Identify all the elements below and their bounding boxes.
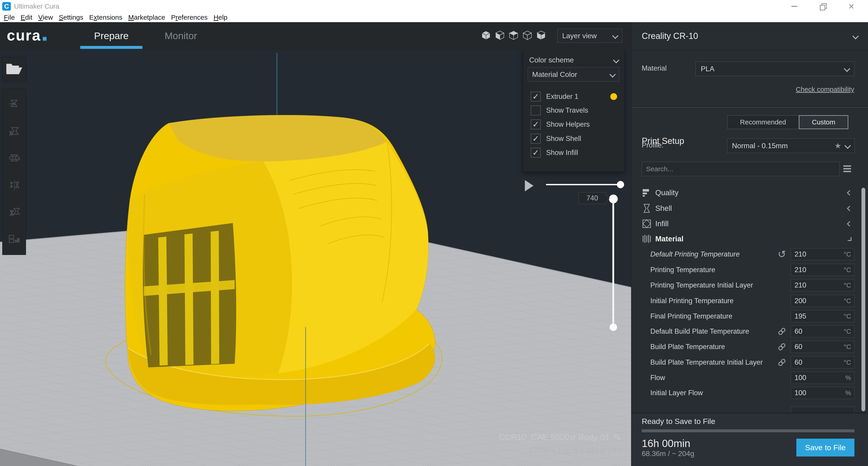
link-icon[interactable]: [776, 356, 788, 368]
star-icon[interactable]: ★: [835, 141, 841, 150]
layer-slider-upper-handle[interactable]: [609, 195, 618, 203]
simulation-slider-track[interactable]: [546, 184, 620, 185]
setting-value-input[interactable]: [791, 281, 833, 290]
chevron-left-icon: [848, 207, 851, 211]
checkbox[interactable]: ✓: [531, 92, 541, 101]
custom-button[interactable]: Custom: [799, 115, 848, 129]
move-tool-icon[interactable]: [7, 97, 22, 112]
setting-value-input[interactable]: [791, 250, 833, 259]
setting-value-input[interactable]: [791, 374, 833, 382]
menu-marketplace[interactable]: Marketplace: [125, 12, 168, 22]
category-shell[interactable]: Shell: [631, 201, 868, 216]
recommended-button[interactable]: Recommended: [727, 115, 799, 129]
menu-file[interactable]: File: [1, 12, 18, 22]
checkbox-show-shell[interactable]: ✓ Show Shell: [523, 132, 625, 146]
layer-slider-track[interactable]: [612, 199, 614, 327]
color-scheme-panel: Color scheme Material Color ✓ Extruder 1…: [523, 50, 625, 172]
link-icon[interactable]: [776, 325, 788, 337]
camera-view-buttons: [481, 30, 546, 40]
menu-help[interactable]: Help: [211, 12, 230, 22]
search-input[interactable]: [642, 162, 839, 176]
setting-value-input[interactable]: [791, 266, 833, 274]
tab-monitor[interactable]: Monitor: [156, 29, 206, 43]
open-file-button[interactable]: [2, 57, 26, 82]
setting-row-default-printing-temperature[interactable]: Default Printing Temperature ↺ °C: [631, 246, 868, 262]
category-infill[interactable]: Infill: [631, 216, 868, 231]
profile-dropdown[interactable]: Normal - 0.15mm ★: [727, 139, 855, 153]
menu-edit[interactable]: Edit: [18, 12, 35, 22]
setting-row-build-plate-temperature-initial-layer[interactable]: Build Plate Temperature Initial Layer °C: [631, 355, 868, 370]
check-compatibility-link[interactable]: Check compatibility: [796, 86, 854, 93]
revert-icon[interactable]: ↺: [776, 249, 788, 260]
layer-slider-lower-handle[interactable]: [610, 323, 617, 331]
view-right-icon[interactable]: [536, 30, 546, 40]
setting-row-printing-temperature[interactable]: Printing Temperature °C: [631, 262, 868, 278]
support-blocker-tool-icon[interactable]: [7, 232, 22, 246]
simulation-slider-handle[interactable]: [617, 181, 624, 188]
category-quality[interactable]: Quality: [631, 185, 868, 200]
sliced-model: [125, 115, 435, 411]
checkbox[interactable]: ✓: [531, 134, 541, 144]
menu-extensions[interactable]: Extensions: [86, 12, 125, 22]
setting-row-final-printing-temperature[interactable]: Final Printing Temperature °C: [631, 309, 868, 324]
mirror-tool-icon[interactable]: [7, 178, 22, 193]
view-top-icon[interactable]: [508, 30, 519, 40]
window-title: Ultimaker Cura: [14, 2, 59, 10]
chevron-down-icon: [844, 143, 851, 149]
view-front-icon[interactable]: [495, 30, 505, 40]
setting-row-build-plate-temperature[interactable]: Build Plate Temperature °C: [631, 339, 868, 354]
menu-settings[interactable]: Settings: [56, 12, 86, 22]
rename-pencil-icon[interactable]: ✎: [614, 432, 621, 442]
checkbox-show-travels[interactable]: Show Travels: [523, 104, 625, 117]
layer-number-badge[interactable]: 740: [579, 192, 606, 204]
viewport-3d[interactable]: Color scheme Material Color ✓ Extruder 1…: [0, 22, 631, 466]
setting-value-input[interactable]: [791, 312, 833, 321]
view-3d-icon[interactable]: [481, 30, 491, 40]
infill-icon: [642, 219, 652, 229]
checkbox-extruder-1[interactable]: ✓ Extruder 1: [523, 90, 625, 104]
setting-value-input[interactable]: [791, 389, 833, 397]
machine-selector[interactable]: Creality CR-10: [631, 22, 868, 50]
rotate-tool-icon[interactable]: [7, 151, 22, 166]
setting-row-default-build-plate-temperature[interactable]: Default Build Plate Temperature °C: [631, 324, 868, 339]
minimize-button[interactable]: [790, 2, 799, 11]
checkbox[interactable]: ✓: [531, 148, 541, 158]
quality-icon: [642, 188, 652, 198]
profile-label: Profile:: [642, 141, 663, 149]
tab-prepare[interactable]: Prepare: [80, 29, 143, 43]
settings-menu-icon[interactable]: [843, 165, 851, 172]
checkbox[interactable]: ✓: [531, 119, 541, 129]
setting-row-initial-layer-flow[interactable]: Initial Layer Flow %: [631, 385, 868, 401]
setting-value-input[interactable]: [791, 358, 833, 367]
cura-logo-dot: [43, 37, 46, 41]
link-icon[interactable]: [776, 341, 788, 353]
setting-value-input[interactable]: [791, 343, 833, 351]
color-scheme-header[interactable]: Color scheme: [529, 56, 618, 64]
setting-row-printing-temperature-initial-layer[interactable]: Printing Temperature Initial Layer °C: [631, 278, 868, 293]
restore-button[interactable]: [818, 2, 827, 11]
setting-row-initial-printing-temperature[interactable]: Initial Printing Temperature °C: [631, 293, 868, 309]
clipped-setting-field: [791, 407, 855, 413]
close-button[interactable]: ×: [847, 2, 856, 11]
save-to-file-button[interactable]: Save to File: [796, 439, 855, 457]
play-button[interactable]: [525, 180, 533, 192]
view-left-icon[interactable]: [522, 30, 532, 40]
model-name[interactable]: CCR10_CAE 5000xr Body-01 ✎: [499, 432, 621, 442]
color-scheme-dropdown[interactable]: Material Color: [528, 67, 619, 82]
setting-value-input[interactable]: [791, 327, 833, 336]
settings-scrollbar[interactable]: [862, 188, 865, 411]
view-mode-dropdown[interactable]: Layer view: [557, 29, 622, 43]
menu-preferences[interactable]: Preferences: [168, 12, 211, 22]
menu-view[interactable]: View: [35, 12, 56, 22]
per-model-settings-tool-icon[interactable]: [7, 205, 22, 220]
checkbox-show-infill[interactable]: ✓ Show Infill: [523, 146, 625, 160]
setting-row-flow[interactable]: Flow %: [631, 370, 868, 385]
sidebar: Creality CR-10 Material PLA Check compat…: [631, 22, 868, 466]
category-material[interactable]: Material: [631, 231, 868, 246]
material-usage-estimate: 68.36m / ~ 204g: [642, 449, 694, 458]
checkbox-show-helpers[interactable]: ✓ Show Helpers: [523, 117, 625, 132]
scale-tool-icon[interactable]: [7, 124, 22, 139]
checkbox[interactable]: [531, 106, 541, 115]
setting-value-input[interactable]: [791, 297, 833, 305]
material-dropdown[interactable]: PLA: [695, 61, 855, 76]
